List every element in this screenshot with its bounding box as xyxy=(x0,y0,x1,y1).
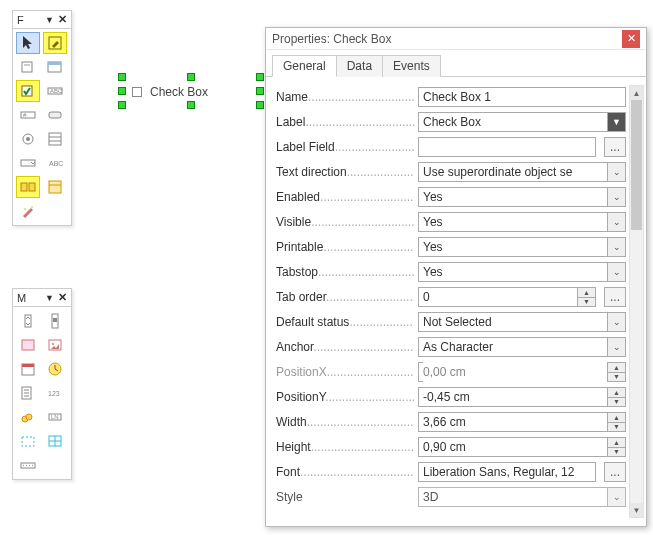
spin-width[interactable]: 3,66 cm▲▼ xyxy=(418,412,626,432)
spin-down-icon[interactable]: ▼ xyxy=(608,448,625,457)
tab-data[interactable]: Data xyxy=(337,55,383,77)
dialog-titlebar[interactable]: Properties: Check Box ✕ xyxy=(266,28,646,50)
navigation-bar-tool[interactable] xyxy=(16,454,40,476)
time-field-tool[interactable] xyxy=(43,358,67,380)
combo-anchor[interactable]: As Character⌄ xyxy=(418,337,626,357)
resize-handle-sw[interactable] xyxy=(118,101,126,109)
push-button-tool[interactable] xyxy=(43,104,67,126)
chevron-down-icon[interactable]: ⌄ xyxy=(607,213,625,231)
combo-default[interactable]: Not Selected⌄ xyxy=(418,312,626,332)
label-posy: PositionY xyxy=(276,390,414,404)
label-name: Name xyxy=(276,90,414,104)
dialog-tool[interactable] xyxy=(43,56,67,78)
wizards-tool[interactable] xyxy=(16,200,40,222)
checkbox-tool[interactable] xyxy=(16,80,40,102)
spin-taborder[interactable]: 0▲▼ xyxy=(418,287,596,307)
dialog-scrollbar[interactable]: ▲ ▼ xyxy=(629,85,644,518)
combo-visible[interactable]: Yes⌄ xyxy=(418,212,626,232)
spin-up-icon[interactable]: ▲ xyxy=(608,438,625,448)
textbox-tool[interactable]: ABC xyxy=(43,80,67,102)
file-selection-tool[interactable] xyxy=(16,382,40,404)
resize-handle-s[interactable] xyxy=(187,101,195,109)
labelfield-more-button[interactable]: ... xyxy=(604,137,626,157)
svg-point-29 xyxy=(52,343,54,345)
form-properties-tool[interactable] xyxy=(43,176,67,198)
chevron-down-icon[interactable]: ▼ xyxy=(607,113,625,131)
resize-handle-se[interactable] xyxy=(256,101,264,109)
image-button-tool[interactable] xyxy=(16,334,40,356)
combo-style[interactable]: 3D⌄ xyxy=(418,487,626,507)
combo-tabstop[interactable]: Yes⌄ xyxy=(418,262,626,282)
svg-point-23 xyxy=(24,208,26,210)
label-tabstop: Tabstop xyxy=(276,265,414,279)
resize-handle-nw[interactable] xyxy=(118,73,126,81)
date-field-tool[interactable] xyxy=(16,358,40,380)
chevron-down-icon[interactable]: ⌄ xyxy=(607,188,625,206)
select-tool[interactable] xyxy=(16,32,40,54)
scroll-thumb[interactable] xyxy=(631,100,642,230)
spin-posy[interactable]: -0,45 cm▲▼ xyxy=(418,387,626,407)
form-tool[interactable] xyxy=(16,56,40,78)
label-tool[interactable]: ABC xyxy=(43,152,67,174)
combo-printable[interactable]: Yes⌄ xyxy=(418,237,626,257)
scroll-down-icon[interactable]: ▼ xyxy=(630,503,643,517)
chevron-down-icon[interactable]: ⌄ xyxy=(607,263,625,281)
spin-down-icon[interactable]: ▼ xyxy=(608,423,625,432)
option-button-tool[interactable] xyxy=(16,128,40,150)
spin-up-icon[interactable]: ▲ xyxy=(608,413,625,423)
scroll-track[interactable] xyxy=(630,100,643,503)
resize-handle-e[interactable] xyxy=(256,87,264,95)
combo-textdir[interactable]: Use superordinate object se⌄ xyxy=(418,162,626,182)
input-font[interactable]: Liberation Sans, Regular, 12 xyxy=(418,462,596,482)
input-labelfield[interactable] xyxy=(418,137,596,157)
canvas-checkbox-control[interactable]: Check Box xyxy=(122,77,260,105)
input-name[interactable]: Check Box 1 xyxy=(418,87,626,107)
label-textdir: Text direction xyxy=(276,165,414,179)
toolbox-menu-icon[interactable]: ▼ xyxy=(45,15,54,25)
resize-handle-n[interactable] xyxy=(187,73,195,81)
resize-handle-ne[interactable] xyxy=(256,73,264,81)
spin-down-icon[interactable]: ▼ xyxy=(608,398,625,407)
resize-handle-w[interactable] xyxy=(118,87,126,95)
spin-up-icon[interactable]: ▲ xyxy=(578,288,595,298)
scrollbar-tool[interactable] xyxy=(43,310,67,332)
toolbox-close-icon[interactable]: ✕ xyxy=(58,13,67,26)
control-properties-tool[interactable] xyxy=(16,176,40,198)
formatted-field-tool[interactable]: #. xyxy=(16,104,40,126)
image-control-tool[interactable] xyxy=(43,334,67,356)
design-mode-tool[interactable] xyxy=(43,32,67,54)
group-box-tool[interactable] xyxy=(16,430,40,452)
spin-posx-value: 0,00 cm xyxy=(423,362,607,382)
toolbox2-close-icon[interactable]: ✕ xyxy=(58,291,67,304)
chevron-down-icon[interactable]: ⌄ xyxy=(607,163,625,181)
label-taborder: Tab order xyxy=(276,290,414,304)
currency-field-tool[interactable] xyxy=(16,406,40,428)
chevron-down-icon[interactable]: ⌄ xyxy=(607,338,625,356)
chevron-down-icon[interactable]: ⌄ xyxy=(607,313,625,331)
spin-posy-value: -0,45 cm xyxy=(423,390,470,404)
combo-textdir-value: Use superordinate object se xyxy=(423,165,572,179)
spin-up-icon[interactable]: ▲ xyxy=(608,388,625,398)
chevron-down-icon[interactable]: ⌄ xyxy=(607,238,625,256)
scroll-up-icon[interactable]: ▲ xyxy=(630,86,643,100)
font-more-button[interactable]: ... xyxy=(604,462,626,482)
list-box-tool[interactable] xyxy=(43,128,67,150)
combo-label[interactable]: Check Box▼ xyxy=(418,112,626,132)
taborder-more-button[interactable]: ... xyxy=(604,287,626,307)
svg-rect-31 xyxy=(22,364,34,367)
pattern-field-tool[interactable]: LN xyxy=(43,406,67,428)
spin-button-tool[interactable] xyxy=(16,310,40,332)
svg-rect-10 xyxy=(49,112,61,118)
table-control-tool[interactable] xyxy=(43,430,67,452)
toolbox-title: F xyxy=(17,14,41,26)
spin-height[interactable]: 0,90 cm▲▼ xyxy=(418,437,626,457)
chevron-down-icon[interactable]: ⌄ xyxy=(607,488,625,506)
combo-enabled[interactable]: Yes⌄ xyxy=(418,187,626,207)
spin-down-icon[interactable]: ▼ xyxy=(578,298,595,307)
dialog-close-button[interactable]: ✕ xyxy=(622,30,640,48)
tab-general[interactable]: General xyxy=(272,55,337,77)
numeric-field-tool[interactable]: 123 xyxy=(43,382,67,404)
tab-events[interactable]: Events xyxy=(383,55,441,77)
toolbox2-menu-icon[interactable]: ▼ xyxy=(45,293,54,303)
combo-box-tool[interactable] xyxy=(16,152,40,174)
